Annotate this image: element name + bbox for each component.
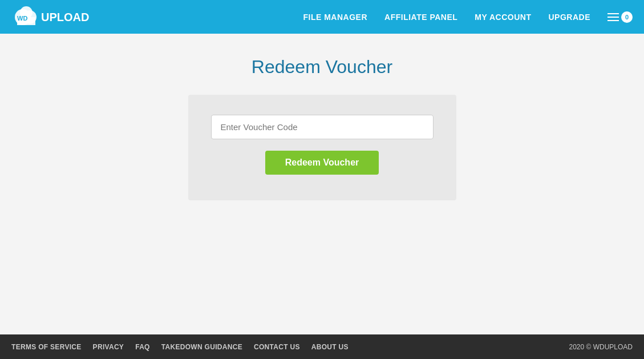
nav-my-account[interactable]: MY ACCOUNT (475, 13, 531, 22)
redeem-button[interactable]: Redeem Voucher (265, 151, 379, 175)
footer-links: TERMS OF SERVICE PRIVACY FAQ TAKEDOWN GU… (11, 343, 349, 351)
site-footer: TERMS OF SERVICE PRIVACY FAQ TAKEDOWN GU… (0, 334, 644, 359)
footer-terms[interactable]: TERMS OF SERVICE (11, 343, 82, 351)
main-nav: FILE MANAGER AFFILIATE PANEL MY ACCOUNT … (303, 11, 633, 23)
svg-text:UPLOAD: UPLOAD (41, 11, 89, 23)
hamburger-icon[interactable] (607, 13, 619, 21)
voucher-box: Redeem Voucher (188, 95, 456, 200)
logo-text-icon: UPLOAD (41, 9, 98, 26)
logo-area[interactable]: WD UPLOAD (11, 5, 98, 30)
footer-about[interactable]: ABOUT US (311, 343, 349, 351)
cart-area[interactable]: 0 (607, 11, 633, 23)
footer-takedown[interactable]: TAKEDOWN GUIDANCE (161, 343, 242, 351)
footer-copyright: 2020 © WDUPLOAD (569, 343, 633, 351)
page-title: Redeem Voucher (252, 57, 392, 78)
cart-badge: 0 (621, 11, 633, 23)
nav-file-manager[interactable]: FILE MANAGER (303, 13, 367, 22)
footer-faq[interactable]: FAQ (135, 343, 150, 351)
voucher-input[interactable] (211, 115, 434, 139)
footer-privacy[interactable]: PRIVACY (93, 343, 124, 351)
svg-text:WD: WD (17, 15, 27, 22)
logo-icon: WD (11, 5, 41, 30)
footer-contact[interactable]: CONTACT US (254, 343, 300, 351)
main-content: Redeem Voucher Redeem Voucher (0, 34, 644, 334)
nav-upgrade[interactable]: UPGRADE (548, 13, 590, 22)
nav-affiliate-panel[interactable]: AFFILIATE PANEL (384, 13, 457, 22)
site-header: WD UPLOAD FILE MANAGER AFFILIATE PANEL M… (0, 0, 644, 34)
